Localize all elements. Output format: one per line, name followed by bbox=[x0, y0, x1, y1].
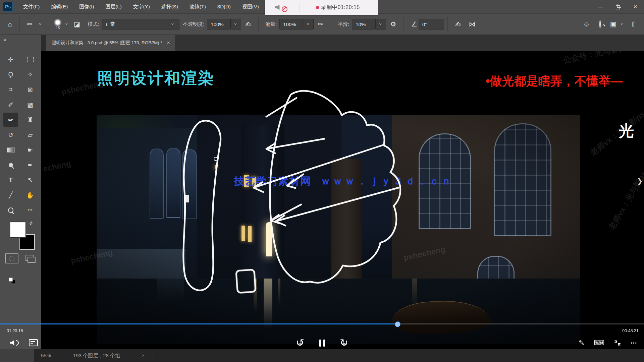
brush-tool-preset-icon[interactable]: ✏ bbox=[23, 20, 37, 28]
more-tools[interactable]: ••• bbox=[23, 203, 38, 217]
menu-view[interactable]: 视图(V) bbox=[236, 0, 265, 13]
status-bar: 55% 193 个图层，28 个组 › ‹ bbox=[0, 349, 644, 362]
marquee-tool[interactable] bbox=[23, 52, 38, 66]
smudge-tool[interactable]: ☛ bbox=[23, 143, 38, 157]
zoom-tool[interactable] bbox=[3, 203, 18, 217]
annotate-pencil-icon[interactable]: ✎ bbox=[579, 339, 585, 347]
swap-colors-icon[interactable]: ⇄ bbox=[28, 220, 34, 227]
photoshop-logo-icon[interactable]: Ps bbox=[3, 2, 13, 12]
menu-select[interactable]: 选择(S) bbox=[156, 0, 184, 13]
menu-3d[interactable]: 3D(D) bbox=[212, 0, 236, 13]
opacity-input[interactable]: 100% bbox=[207, 19, 230, 29]
zoom-icon bbox=[8, 207, 13, 213]
gradient-tool[interactable] bbox=[3, 143, 18, 157]
skip-forward-30-button[interactable]: ↻ 30 bbox=[338, 337, 350, 349]
flow-dropdown[interactable]: ˅ bbox=[303, 19, 314, 29]
pen-tool[interactable]: ✒ bbox=[23, 158, 38, 172]
progress-bar[interactable] bbox=[0, 322, 644, 326]
airbrush-icon[interactable]: ✑ bbox=[314, 20, 327, 28]
opacity-dropdown[interactable]: ˅ bbox=[230, 19, 241, 29]
line-tool[interactable]: ╱ bbox=[3, 188, 18, 202]
brush-angle-input[interactable]: 0° bbox=[419, 19, 444, 29]
divider bbox=[447, 17, 448, 31]
progress-knob[interactable] bbox=[395, 321, 400, 327]
clone-stamp-tool[interactable]: ♜ bbox=[23, 113, 38, 127]
player-right-controls: ✎ ⌨ ••• bbox=[579, 339, 637, 347]
menu-filter[interactable]: 滤镜(T) bbox=[184, 0, 212, 13]
minimize-button[interactable]: — bbox=[592, 0, 609, 13]
divider bbox=[19, 17, 20, 31]
eraser-tool[interactable]: ▱ bbox=[23, 128, 38, 142]
healing-brush-tool[interactable]: ▩ bbox=[23, 98, 38, 112]
default-colors-icon[interactable] bbox=[9, 278, 15, 284]
quick-mask-icon bbox=[9, 256, 14, 261]
tool-grid: ✛ Ϙ ✧ ⌗ ⊠ ✐ ▩ ✏ ♜ ↺ ▱ ☛ ✒ T ↖ ╱ ✋ ••• bbox=[0, 52, 41, 217]
brush-tool[interactable]: ✏ bbox=[3, 113, 18, 127]
mute-slash-icon bbox=[282, 6, 287, 12]
toggle-brush-panel-icon[interactable]: ◪ bbox=[70, 20, 84, 28]
lasso-tool[interactable]: Ϙ bbox=[3, 67, 18, 81]
workspace-icon[interactable]: ▣ bbox=[606, 20, 617, 28]
crop-tool[interactable]: ⌗ bbox=[3, 82, 18, 97]
eyedropper-tool[interactable]: ✐ bbox=[3, 98, 18, 112]
close-tab-icon[interactable]: × bbox=[167, 40, 170, 46]
muted-speaker-icon[interactable] bbox=[275, 5, 281, 10]
smoothing-gear-icon[interactable]: ⚙ bbox=[386, 20, 400, 28]
collapse-panel-icon[interactable]: « bbox=[3, 36, 6, 43]
recording-dot-icon bbox=[316, 6, 319, 9]
chevron-down-icon[interactable]: ˅ bbox=[37, 22, 44, 27]
quick-mask-button[interactable] bbox=[5, 253, 18, 263]
history-brush-tool[interactable]: ↺ bbox=[3, 128, 18, 142]
foreground-color-swatch[interactable] bbox=[10, 222, 25, 237]
size-pressure-icon[interactable]: ✍ bbox=[451, 20, 465, 28]
brush-preset-picker[interactable]: 15 bbox=[54, 18, 62, 30]
search-icon[interactable] bbox=[595, 20, 605, 28]
blend-mode-select[interactable]: 正常 ˅ bbox=[102, 19, 179, 29]
more-options-button[interactable]: ••• bbox=[631, 341, 637, 346]
chevron-down-icon[interactable]: ˅ bbox=[63, 22, 70, 27]
recorder-divider bbox=[300, 3, 300, 12]
type-tool[interactable]: T bbox=[3, 173, 18, 187]
options-right-cluster: ☺ ▣ ˅ ⇧ bbox=[579, 20, 640, 28]
close-button[interactable]: ✕ bbox=[627, 0, 644, 13]
move-tool[interactable]: ✛ bbox=[3, 52, 18, 66]
document-tab[interactable]: 照明设计和渲染 - 3.0.psd @ 55% (图层 170, RGB/8#)… bbox=[46, 35, 176, 51]
share-icon[interactable]: ⇧ bbox=[626, 20, 640, 28]
menu-edit[interactable]: 编辑(E) bbox=[45, 0, 73, 13]
status-chevron-left[interactable]: ‹ bbox=[152, 353, 153, 358]
menu-image[interactable]: 图像(I) bbox=[73, 0, 100, 13]
chevron-down-icon[interactable]: ˅ bbox=[619, 22, 625, 27]
opacity-pressure-icon[interactable]: ✍ bbox=[241, 20, 255, 28]
screen-mode-button[interactable] bbox=[25, 255, 34, 261]
document-tab-bar: 照明设计和渲染 - 3.0.psd @ 55% (图层 170, RGB/8#)… bbox=[41, 35, 644, 51]
status-chevron-right[interactable]: › bbox=[142, 352, 144, 358]
path-select-tool[interactable]: ↖ bbox=[23, 173, 38, 187]
elapsed-time: 01:20:15 bbox=[7, 328, 23, 333]
opacity-label: 不透明度: bbox=[183, 21, 204, 27]
smoothing-dropdown[interactable]: ˅ bbox=[375, 19, 386, 29]
smoothing-input[interactable]: 10% bbox=[352, 19, 375, 29]
menu-type[interactable]: 文字(Y) bbox=[127, 0, 156, 13]
hand-tool[interactable]: ✋ bbox=[23, 188, 38, 202]
magic-wand-tool[interactable]: ✧ bbox=[23, 67, 38, 81]
divider bbox=[47, 17, 47, 31]
marquee-icon bbox=[27, 57, 34, 62]
home-icon[interactable]: ⌂ bbox=[4, 20, 16, 28]
account-icon[interactable]: ☺ bbox=[579, 20, 594, 28]
progress-fill bbox=[0, 323, 397, 324]
frame-tool[interactable]: ⊠ bbox=[23, 82, 38, 97]
flow-input[interactable]: 100% bbox=[279, 19, 303, 29]
screen-recorder-bar: 录制中 01:20:15 bbox=[265, 0, 378, 15]
restore-button[interactable] bbox=[609, 0, 627, 13]
skip-back-10-button[interactable]: ↺ 10 bbox=[294, 337, 306, 349]
pause-button[interactable] bbox=[318, 340, 326, 347]
menu-layer[interactable]: 图层(L) bbox=[100, 0, 127, 13]
document-canvas[interactable]: pshecheng 公众号：光与影ps 老师vx：光与影ps echeng ps… bbox=[41, 51, 644, 349]
exit-fullscreen-icon[interactable] bbox=[614, 339, 621, 347]
zoom-level[interactable]: 55% bbox=[41, 353, 51, 358]
dodge-tool[interactable] bbox=[3, 158, 18, 172]
brush-strokes bbox=[41, 51, 644, 349]
menu-file[interactable]: 文件(F) bbox=[17, 0, 45, 13]
tablet-icon[interactable]: ⌨ bbox=[594, 339, 605, 347]
symmetry-butterfly-icon[interactable]: ⋈ bbox=[465, 20, 480, 28]
